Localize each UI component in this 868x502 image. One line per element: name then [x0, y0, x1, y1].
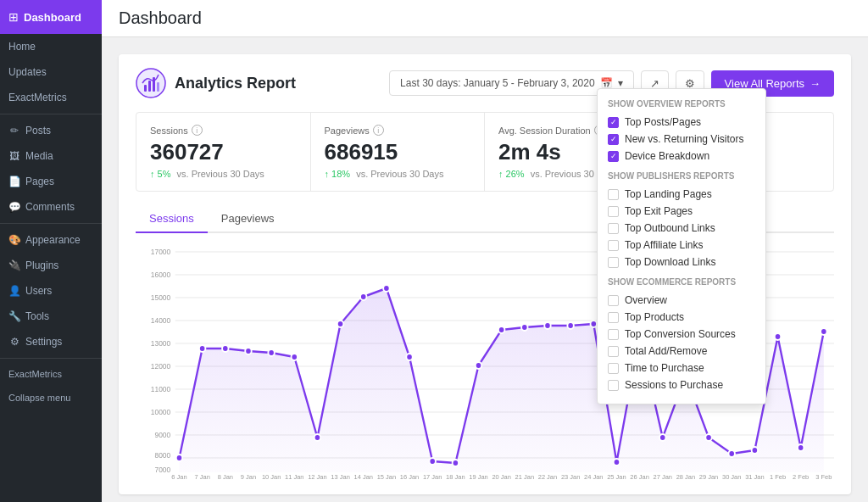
svg-rect-1 [144, 85, 147, 92]
pageviews-info-icon[interactable]: i [373, 125, 384, 136]
svg-point-37 [429, 458, 435, 465]
svg-text:2 Feb: 2 Feb [793, 473, 809, 481]
sidebar-nav: Home Updates ExactMetrics ✏ Posts 🖼 Medi… [0, 34, 102, 502]
top-posts-checkbox[interactable]: ✓ [608, 117, 619, 128]
top-products-checkbox[interactable] [608, 312, 619, 323]
dropdown-sessions-purchase[interactable]: Sessions to Purchase [608, 376, 755, 393]
sidebar-item-appearance[interactable]: 🎨 Appearance [0, 227, 102, 253]
media-icon: 🖼 [8, 150, 20, 162]
svg-point-26 [176, 455, 182, 461]
top-outbound-checkbox[interactable] [608, 223, 619, 234]
dropdown-top-conversion[interactable]: Top Conversion Sources [608, 326, 755, 343]
svg-text:20 Jan: 20 Jan [492, 473, 510, 481]
time-purchase-checkbox[interactable] [608, 363, 619, 374]
svg-point-50 [728, 450, 734, 457]
svg-text:12000: 12000 [151, 362, 171, 371]
sidebar-item-pages-label: Pages [25, 176, 54, 187]
sidebar-divider [0, 114, 102, 114]
svg-rect-3 [153, 77, 155, 92]
svg-text:22 Jan: 22 Jan [538, 473, 557, 481]
stat-pageviews: Pageviews i 686915 ↑ 18% vs. Previous 30… [311, 113, 486, 191]
sessions-info-icon[interactable]: i [192, 125, 203, 136]
svg-point-31 [292, 354, 298, 360]
svg-text:8 Jan: 8 Jan [218, 473, 233, 481]
svg-point-45 [614, 459, 620, 466]
tab-sessions[interactable]: Sessions [136, 205, 208, 233]
dropdown-device-breakdown[interactable]: ✓ Device Breakdown [608, 148, 755, 165]
svg-text:14 Jan: 14 Jan [354, 473, 373, 481]
chevron-down-icon: ▾ [618, 77, 623, 89]
total-add-checkbox[interactable] [608, 346, 619, 357]
sidebar-item-comments[interactable]: 💬 Comments [0, 194, 102, 220]
dropdown-top-exit[interactable]: Top Exit Pages [608, 203, 755, 220]
dropdown-top-posts[interactable]: ✓ Top Posts/Pages [608, 114, 755, 131]
top-conversion-checkbox[interactable] [608, 329, 619, 340]
svg-text:17000: 17000 [151, 248, 171, 256]
svg-text:10 Jan: 10 Jan [262, 473, 281, 481]
sidebar-item-settings[interactable]: ⚙ Settings [0, 329, 102, 354]
sidebar-item-posts-label: Posts [25, 125, 51, 137]
tab-pageviews[interactable]: Pageviews [208, 205, 288, 233]
dropdown-new-returning[interactable]: ✓ New vs. Returning Visitors [608, 131, 755, 148]
sidebar-item-updates[interactable]: Updates [0, 59, 102, 85]
stat-pageviews-label: Pageviews i [325, 125, 471, 136]
sidebar-item-media[interactable]: 🖼 Media [0, 143, 102, 169]
svg-text:17 Jan: 17 Jan [423, 473, 442, 481]
sidebar-item-home[interactable]: Home [0, 34, 102, 59]
svg-text:13000: 13000 [151, 339, 171, 348]
sidebar-item-plugins[interactable]: 🔌 Plugins [0, 253, 102, 278]
top-affiliate-checkbox[interactable] [608, 240, 619, 251]
users-icon: 👤 [8, 285, 20, 297]
sidebar-item-users[interactable]: 👤 Users [0, 278, 102, 304]
svg-text:11000: 11000 [151, 385, 171, 393]
posts-icon: ✏ [8, 125, 20, 137]
svg-text:9 Jan: 9 Jan [241, 473, 256, 481]
dropdown-top-landing[interactable]: Top Landing Pages [608, 186, 755, 203]
svg-point-39 [476, 362, 481, 369]
svg-text:18 Jan: 18 Jan [446, 473, 465, 481]
sidebar-item-pages[interactable]: 📄 Pages [0, 169, 102, 194]
svg-point-54 [821, 328, 826, 335]
svg-point-43 [567, 322, 573, 329]
svg-point-40 [498, 326, 504, 333]
svg-text:6 Jan: 6 Jan [171, 473, 186, 481]
sidebar-item-tools[interactable]: 🔧 Tools [0, 304, 102, 329]
dropdown-overview-ec[interactable]: Overview [608, 292, 755, 309]
sidebar-item-settings-label: Settings [25, 336, 62, 348]
dropdown-top-download[interactable]: Top Download Links [608, 254, 755, 271]
dropdown-top-affiliate[interactable]: Top Affiliate Links [608, 237, 755, 254]
dropdown-top-outbound[interactable]: Top Outbound Links [608, 220, 755, 237]
sidebar-collapse-menu[interactable]: Collapse menu [0, 386, 102, 410]
publishers-reports-label: Show Publishers Reports [608, 171, 755, 181]
top-landing-checkbox[interactable] [608, 189, 619, 200]
device-breakdown-checkbox[interactable]: ✓ [608, 151, 619, 162]
svg-text:13 Jan: 13 Jan [331, 473, 349, 481]
sidebar-item-posts[interactable]: ✏ Posts [0, 118, 102, 143]
sessions-purchase-checkbox[interactable] [608, 380, 619, 391]
sidebar-item-tools-label: Tools [25, 310, 49, 322]
sidebar-item-exactmetrics-nav[interactable]: ExactMetrics [0, 85, 102, 110]
svg-text:31 Jan: 31 Jan [745, 473, 764, 481]
dropdown-top-products[interactable]: Top Products [608, 309, 755, 326]
svg-text:11 Jan: 11 Jan [285, 473, 303, 481]
dropdown-total-add[interactable]: Total Add/Remove [608, 343, 755, 360]
stat-sessions-change: ↑ 5% vs. Previous 30 Days [150, 169, 297, 179]
svg-text:15 Jan: 15 Jan [377, 473, 396, 481]
svg-point-38 [453, 460, 459, 466]
plugins-icon: 🔌 [8, 259, 20, 271]
svg-text:28 Jan: 28 Jan [676, 473, 695, 481]
dropdown-time-purchase[interactable]: Time to Purchase [608, 360, 755, 376]
stat-pageviews-change: ↑ 18% vs. Previous 30 Days [325, 169, 471, 179]
svg-point-28 [222, 345, 228, 352]
sidebar-item-exactmetrics-bottom[interactable]: ExactMetrics [0, 362, 102, 386]
overview-ec-checkbox[interactable] [608, 295, 619, 306]
sidebar-item-users-label: Users [25, 285, 52, 297]
new-returning-checkbox[interactable]: ✓ [608, 134, 619, 145]
sidebar-header[interactable]: ⊞ Dashboard [0, 0, 102, 34]
svg-text:10000: 10000 [151, 408, 171, 416]
top-download-checkbox[interactable] [608, 257, 619, 268]
top-exit-checkbox[interactable] [608, 206, 619, 217]
sidebar-item-media-label: Media [25, 150, 53, 162]
svg-text:8000: 8000 [154, 451, 170, 460]
svg-text:29 Jan: 29 Jan [699, 473, 718, 481]
